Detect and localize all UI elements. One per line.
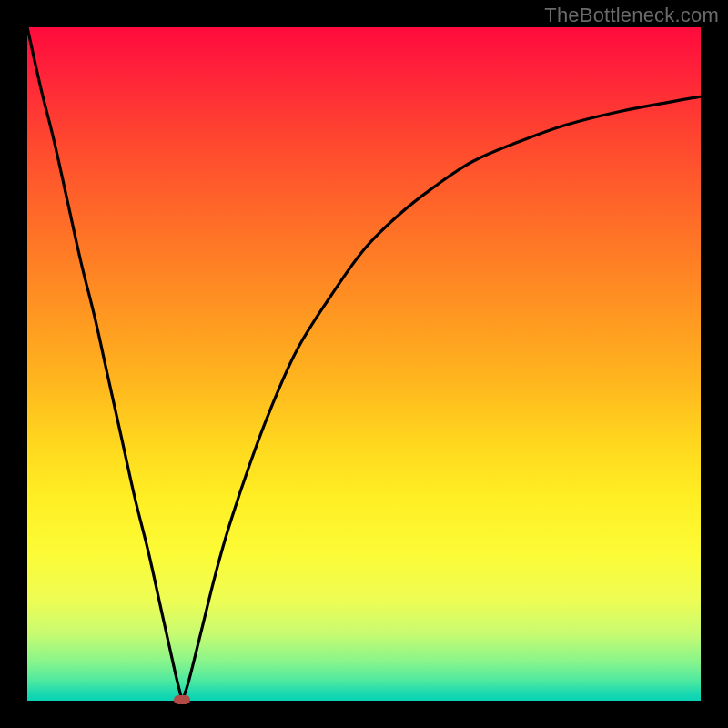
watermark-text: TheBottleneck.com: [544, 4, 719, 27]
bottleneck-curve: [27, 27, 701, 701]
chart-frame: TheBottleneck.com: [0, 0, 728, 728]
chart-plot-area: [27, 27, 701, 701]
optimal-point-marker: [174, 695, 190, 704]
